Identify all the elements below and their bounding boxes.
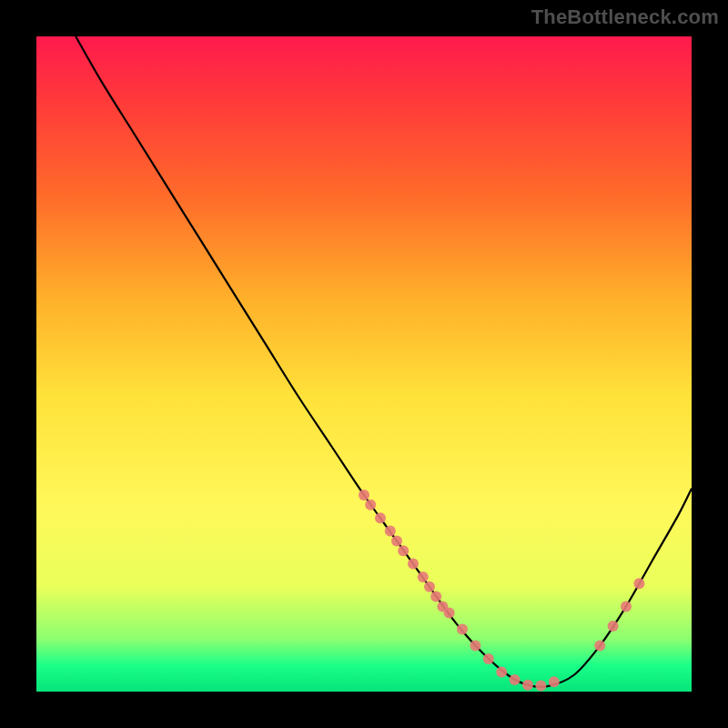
data-dot: [424, 581, 435, 592]
plot-area: [36, 36, 692, 692]
watermark-text: TheBottleneck.com: [531, 5, 719, 29]
data-dot: [444, 608, 455, 619]
data-dots: [359, 490, 644, 692]
data-dot: [549, 676, 560, 687]
data-dot: [418, 571, 429, 582]
data-dot: [621, 601, 632, 612]
data-dot: [522, 680, 533, 691]
data-dot: [510, 674, 521, 685]
data-dot: [385, 526, 396, 537]
data-dot: [365, 500, 376, 511]
data-dot: [633, 578, 644, 589]
data-dot: [398, 545, 409, 556]
data-dot: [608, 621, 619, 632]
curve-layer: [36, 36, 692, 692]
data-dot: [594, 641, 605, 652]
data-dot: [391, 535, 402, 546]
data-dot: [375, 512, 386, 523]
bottleneck-curve: [76, 36, 692, 687]
data-dot: [483, 653, 494, 664]
data-dot: [470, 641, 480, 652]
data-dot: [496, 666, 507, 677]
chart-frame: TheBottleneck.com: [0, 0, 728, 728]
data-dot: [359, 490, 369, 500]
data-dot: [457, 624, 468, 635]
data-dot: [408, 559, 419, 570]
data-dot: [535, 681, 546, 692]
data-dot: [430, 592, 441, 602]
